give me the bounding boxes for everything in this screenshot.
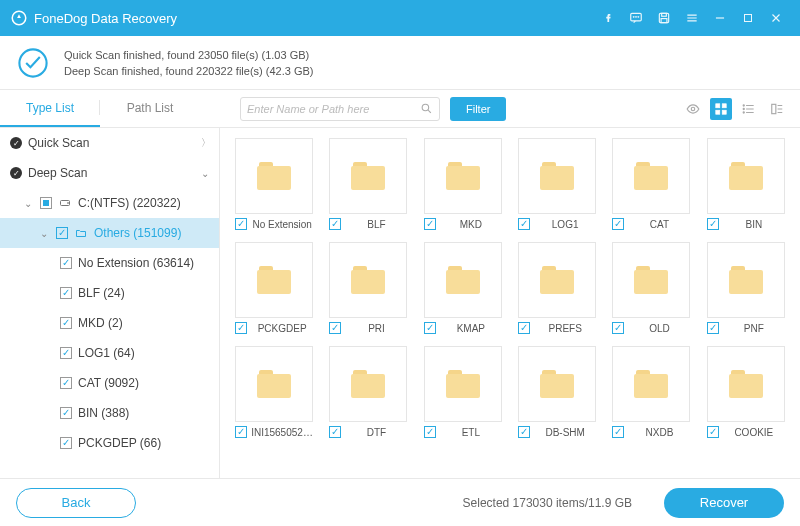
recover-button[interactable]: Recover <box>664 488 784 518</box>
folder-thumbnail <box>424 242 502 318</box>
grid-cell[interactable]: COOKIE <box>704 346 788 438</box>
svg-point-11 <box>691 107 695 111</box>
chevron-down-icon: ⌄ <box>40 228 50 239</box>
folder-icon <box>74 227 88 239</box>
feedback-icon[interactable] <box>622 4 650 32</box>
grid-cell[interactable]: PNF <box>704 242 788 334</box>
checkbox-checked[interactable] <box>707 426 719 438</box>
tree-item[interactable]: BIN (388) <box>0 398 219 428</box>
checkbox-checked[interactable] <box>60 317 72 329</box>
folder-thumbnail <box>329 242 407 318</box>
grid-cell[interactable]: PCKGDEP <box>232 242 316 334</box>
list-view-icon[interactable] <box>738 98 760 120</box>
checkbox-checked[interactable] <box>60 407 72 419</box>
grid-cell[interactable]: NXDB <box>609 346 693 438</box>
checkbox-checked[interactable] <box>612 426 624 438</box>
svg-rect-15 <box>722 110 726 114</box>
checkbox-checked[interactable] <box>612 218 624 230</box>
grid-cell[interactable]: No Extension <box>232 138 316 230</box>
grid-label: BLF <box>345 219 407 230</box>
checkbox-checked[interactable] <box>329 218 341 230</box>
toolbar: Type List Path List Filter <box>0 90 800 128</box>
selection-summary: Selected 173030 items/11.9 GB <box>463 496 632 510</box>
grid-cell[interactable]: PRI <box>326 242 410 334</box>
checkbox-checked[interactable] <box>707 322 719 334</box>
tab-path-list[interactable]: Path List <box>100 90 200 127</box>
tree-item[interactable]: PCKGDEP (66) <box>0 428 219 458</box>
grid-label: DTF <box>345 427 407 438</box>
checkbox-checked[interactable] <box>424 218 436 230</box>
grid-cell[interactable]: DB-SHM <box>515 346 599 438</box>
folder-icon <box>446 370 480 398</box>
grid-label: No Extension <box>251 219 313 230</box>
svg-point-3 <box>636 16 637 17</box>
checkbox-checked[interactable] <box>56 227 68 239</box>
grid-cell[interactable]: PREFS <box>515 242 599 334</box>
tree-deep-scan[interactable]: Deep Scan ⌄ <box>0 158 219 188</box>
checkbox-checked[interactable] <box>424 426 436 438</box>
grid-cell[interactable]: BIN <box>704 138 788 230</box>
tab-type-list[interactable]: Type List <box>0 90 100 127</box>
folder-icon <box>540 162 574 190</box>
grid-cell[interactable]: OLD <box>609 242 693 334</box>
tree-item[interactable]: LOG1 (64) <box>0 338 219 368</box>
grid-cell[interactable]: CAT <box>609 138 693 230</box>
checkbox-checked[interactable] <box>235 426 247 438</box>
svg-rect-12 <box>716 103 720 107</box>
facebook-icon[interactable] <box>594 4 622 32</box>
grid-cell[interactable]: MKD <box>421 138 505 230</box>
grid-cell[interactable]: KMAP <box>421 242 505 334</box>
grid-cell[interactable]: LOG1 <box>515 138 599 230</box>
checkbox-checked[interactable] <box>60 287 72 299</box>
folder-icon <box>729 266 763 294</box>
tree-item[interactable]: CAT (9092) <box>0 368 219 398</box>
grid-label: LOG1 <box>534 219 596 230</box>
checkbox-checked[interactable] <box>235 218 247 230</box>
folder-icon <box>446 162 480 190</box>
folder-icon <box>540 370 574 398</box>
folder-thumbnail <box>612 138 690 214</box>
tree-quick-scan[interactable]: Quick Scan 〉 <box>0 128 219 158</box>
checkbox-checked[interactable] <box>612 322 624 334</box>
grid-cell[interactable]: INI1565052569 <box>232 346 316 438</box>
detail-view-icon[interactable] <box>766 98 788 120</box>
tree-item[interactable]: BLF (24) <box>0 278 219 308</box>
checkbox-checked[interactable] <box>329 426 341 438</box>
checkbox-checked[interactable] <box>518 426 530 438</box>
search-input[interactable] <box>247 98 420 120</box>
checkbox-checked[interactable] <box>329 322 341 334</box>
checkbox-checked[interactable] <box>60 347 72 359</box>
checkbox-checked[interactable] <box>60 437 72 449</box>
scan-complete-icon <box>16 46 50 80</box>
minimize-icon[interactable] <box>706 4 734 32</box>
tree-item[interactable]: MKD (2) <box>0 308 219 338</box>
tree-others[interactable]: ⌄ Others (151099) <box>0 218 219 248</box>
checkbox-checked[interactable] <box>707 218 719 230</box>
grid-cell[interactable]: ETL <box>421 346 505 438</box>
maximize-icon[interactable] <box>734 4 762 32</box>
grid-label: NXDB <box>628 427 690 438</box>
tree-item[interactable]: No Extension (63614) <box>0 248 219 278</box>
checkbox-mixed[interactable] <box>40 197 52 209</box>
search-box[interactable] <box>240 97 440 121</box>
back-button[interactable]: Back <box>16 488 136 518</box>
svg-rect-7 <box>661 19 667 23</box>
preview-toggle-icon[interactable] <box>682 98 704 120</box>
checkbox-checked[interactable] <box>518 322 530 334</box>
close-icon[interactable] <box>762 4 790 32</box>
grid-view-icon[interactable] <box>710 98 732 120</box>
save-icon[interactable] <box>650 4 678 32</box>
folder-icon <box>257 370 291 398</box>
menu-icon[interactable] <box>678 4 706 32</box>
checkbox-checked[interactable] <box>424 322 436 334</box>
checkbox-checked[interactable] <box>60 377 72 389</box>
folder-icon <box>634 266 668 294</box>
filter-button[interactable]: Filter <box>450 97 506 121</box>
grid-cell[interactable]: DTF <box>326 346 410 438</box>
search-icon <box>420 102 433 115</box>
checkbox-checked[interactable] <box>60 257 72 269</box>
tree-drive[interactable]: ⌄ C:(NTFS) (220322) <box>0 188 219 218</box>
checkbox-checked[interactable] <box>235 322 247 334</box>
checkbox-checked[interactable] <box>518 218 530 230</box>
grid-cell[interactable]: BLF <box>326 138 410 230</box>
